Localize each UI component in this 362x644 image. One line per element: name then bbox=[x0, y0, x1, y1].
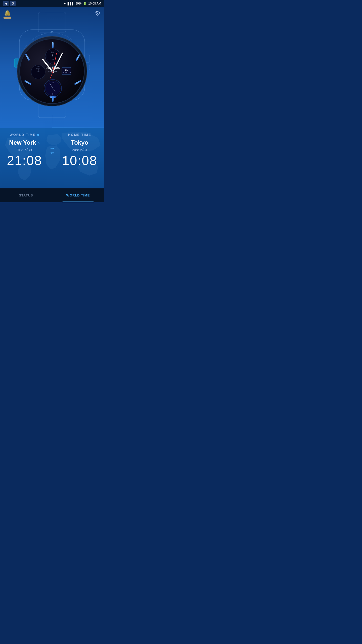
home-time-panel: Home Time Tokyo Wed.5/31 10:08 bbox=[55, 133, 104, 168]
nav-world-time[interactable]: WORLD TIME bbox=[52, 188, 104, 202]
home-time-city: Tokyo bbox=[71, 139, 88, 146]
watch-area: 0 1 2 -1 -2 -3 -4 -5 -6 -7 -8 3 4 5 6 7 … bbox=[0, 7, 104, 128]
svg-text:31: 31 bbox=[65, 69, 68, 71]
svg-rect-36 bbox=[77, 54, 81, 59]
app-icon-1: ◀ bbox=[3, 1, 9, 6]
svg-text:12: 12 bbox=[52, 82, 54, 84]
swap-timezone-button[interactable]: ⇒ ⇐ bbox=[49, 146, 55, 155]
bottom-navigation: STATUS WORLD TIME bbox=[0, 188, 104, 202]
watch-face-svg: 24 12 S M T W T F S 12 6 bbox=[20, 39, 85, 105]
home-time-display: 10:08 bbox=[62, 153, 97, 168]
svg-rect-29 bbox=[52, 42, 54, 48]
battery-percent: 99% bbox=[75, 2, 81, 5]
alarm-light bbox=[4, 17, 11, 19]
app-icon-2: G bbox=[10, 1, 16, 6]
svg-text:6: 6 bbox=[52, 93, 54, 95]
svg-line-68 bbox=[50, 72, 53, 78]
nav-status[interactable]: STATUS bbox=[0, 188, 52, 202]
signal-icon: ▌▌▌ bbox=[68, 2, 74, 5]
svg-text:24: 24 bbox=[52, 52, 54, 54]
svg-rect-39 bbox=[26, 81, 31, 85]
watch-dial: 24 12 S M T W T F S 12 6 bbox=[19, 38, 85, 104]
svg-text:0: 0 bbox=[50, 31, 52, 34]
world-time-display: 21:08 bbox=[7, 153, 42, 168]
bluetooth-icon: ✱ bbox=[64, 2, 66, 5]
world-time-title: World Time bbox=[10, 133, 39, 137]
status-bar: ◀ G ✱ ▌▌▌ 99% 🔋 10:08 AM bbox=[0, 0, 104, 7]
world-time-dot bbox=[37, 134, 39, 136]
watch-face: 24 12 S M T W T F S 12 6 bbox=[19, 38, 85, 104]
city-arrow-icon: › bbox=[38, 140, 40, 146]
svg-text:12: 12 bbox=[52, 59, 54, 60]
svg-text:S M: S M bbox=[37, 66, 40, 67]
svg-point-69 bbox=[52, 71, 53, 72]
status-right: ✱ ▌▌▌ 99% 🔋 10:08 AM bbox=[64, 2, 101, 5]
svg-rect-57 bbox=[52, 96, 54, 99]
alarm-icon: 🔔 bbox=[4, 10, 11, 16]
settings-button[interactable]: ⚙ bbox=[95, 10, 101, 17]
status-left: ◀ G bbox=[3, 1, 16, 6]
home-time-title: Home Time bbox=[68, 133, 91, 137]
svg-text:1: 1 bbox=[60, 33, 61, 36]
svg-text:YHZ NYC CHI: YHZ NYC CHI bbox=[62, 72, 71, 73]
connector-line-main bbox=[52, 115, 52, 128]
svg-rect-37 bbox=[76, 80, 81, 84]
battery-icon: 🔋 bbox=[83, 2, 87, 5]
app-header: 🔔 ⚙ bbox=[0, 7, 104, 21]
world-time-panel: World Time New York › Tue.5/30 21:08 bbox=[0, 133, 49, 168]
svg-rect-40 bbox=[26, 55, 30, 61]
time-info-container: World Time New York › Tue.5/30 21:08 ⇒ ⇐… bbox=[0, 128, 104, 176]
world-time-city[interactable]: New York › bbox=[9, 139, 40, 146]
world-time-date: Tue.5/30 bbox=[17, 148, 32, 152]
home-time-date: Wed.5/31 bbox=[72, 148, 88, 152]
svg-text:OCEANUS: OCEANUS bbox=[46, 67, 60, 69]
svg-text:-1: -1 bbox=[41, 33, 43, 36]
alarm-icon-container: 🔔 bbox=[4, 10, 11, 19]
clock-display: 10:08 AM bbox=[88, 2, 101, 5]
world-section: World Time New York › Tue.5/30 21:08 ⇒ ⇐… bbox=[0, 128, 104, 188]
